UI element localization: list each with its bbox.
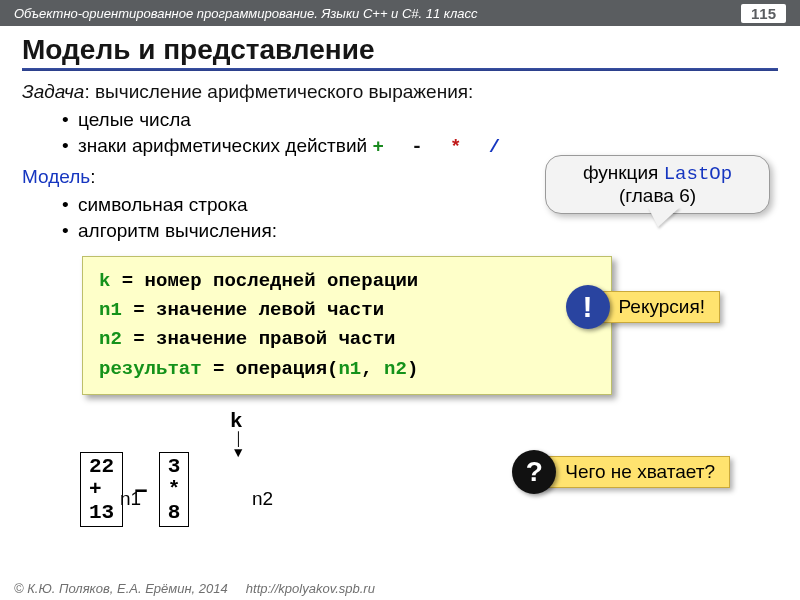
recursion-label: Рекурсия! xyxy=(594,291,720,323)
copyright: © К.Ю. Поляков, Е.А. Ерёмин, 2014 xyxy=(14,581,228,596)
arrow-down-icon: │▼ xyxy=(234,432,242,460)
n2-label: n2 xyxy=(252,488,273,510)
course-title: Объектно-ориентированное программировани… xyxy=(14,6,478,21)
footer: © К.Ю. Поляков, Е.А. Ерёмин, 2014 http:/… xyxy=(14,581,375,596)
callout-lastop: функция LastOp (глава 6) xyxy=(545,155,770,214)
recursion-callout: ! Рекурсия! xyxy=(566,285,720,329)
k-label: k xyxy=(230,410,243,433)
task-line: Задача: вычисление арифметического выраж… xyxy=(22,81,778,103)
question-label: Чего не хватает? xyxy=(540,456,730,488)
header-bar: Объектно-ориентированное программировани… xyxy=(0,0,800,26)
page-number: 115 xyxy=(741,4,786,23)
callout-tail xyxy=(648,207,680,227)
question-callout: ? Чего не хватает? xyxy=(512,450,730,494)
algorithm-codebox: k = номер последней операции n1 = значен… xyxy=(82,256,612,396)
page-title: Модель и представление xyxy=(22,34,778,66)
expr-box-n2: 3 * 8 xyxy=(159,452,190,527)
expr-box-n1: 22 + 13 xyxy=(80,452,123,527)
n1-label: n1 xyxy=(120,488,141,510)
task-bullets: целые числа знаки арифметических действи… xyxy=(62,107,778,160)
exclamation-icon: ! xyxy=(566,285,610,329)
bullet-integers: целые числа xyxy=(62,107,778,133)
question-icon: ? xyxy=(512,450,556,494)
footer-url: http://kpolyakov.spb.ru xyxy=(246,581,375,596)
title-underline xyxy=(22,68,778,71)
